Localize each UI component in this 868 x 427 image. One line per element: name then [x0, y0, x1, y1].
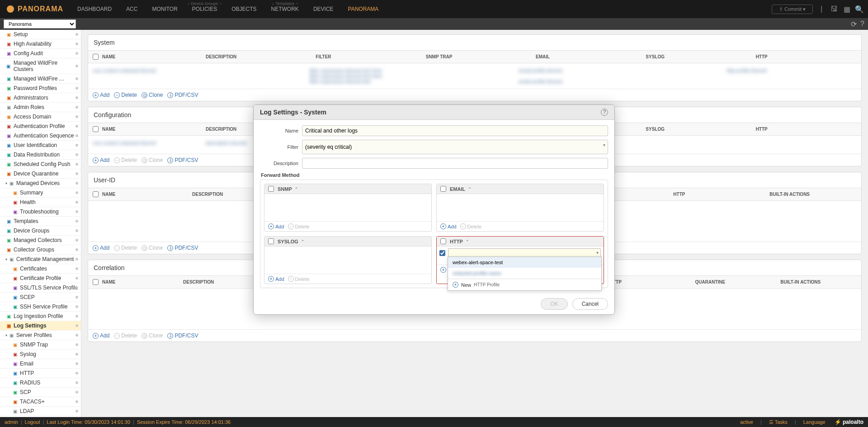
add-button[interactable]: +Add: [440, 223, 457, 229]
http-profile-dropdown: webex-alert-space-test redacted-profile-…: [448, 256, 602, 291]
snmp-box: SNMP⌃ +Add −Delete: [264, 184, 432, 232]
chevron-down-icon[interactable]: ▾: [603, 142, 605, 147]
modal-body: Name Filter ▾ Description Forward Method…: [254, 120, 614, 294]
email-box: EMAIL⌃ +Add −Delete: [436, 184, 604, 232]
snmp-select-all[interactable]: [268, 186, 274, 192]
dropdown-option[interactable]: webex-alert-space-test: [448, 257, 601, 268]
modal-footer: OK Cancel: [254, 294, 614, 314]
cancel-button[interactable]: Cancel: [572, 298, 608, 310]
syslog-select-all[interactable]: [268, 238, 274, 244]
delete-button: −Delete: [460, 223, 482, 229]
forward-method-grid: SNMP⌃ +Add −Delete EMAIL⌃ +Add −Delete S…: [260, 180, 608, 288]
syslog-box: SYSLOG⌃ +Add −Delete: [264, 236, 432, 284]
http-profile-select[interactable]: ▾: [448, 248, 601, 257]
modal-header[interactable]: Log Settings - System ?: [254, 105, 614, 120]
add-button[interactable]: +Add: [268, 276, 284, 282]
http-row-checkbox[interactable]: [439, 250, 445, 256]
name-input[interactable]: [302, 125, 608, 136]
filter-label: Filter: [260, 144, 298, 150]
delete-button: −Delete: [288, 276, 310, 282]
help-icon[interactable]: ?: [601, 109, 608, 116]
log-settings-modal: Log Settings - System ? Name Filter ▾ De…: [253, 104, 615, 315]
delete-button: −Delete: [288, 223, 310, 229]
filter-input[interactable]: [302, 140, 608, 154]
add-button[interactable]: +Add: [268, 223, 284, 229]
forward-method-label: Forward Method: [261, 172, 608, 178]
chevron-up-icon[interactable]: ⌃: [295, 187, 298, 191]
http-select-all[interactable]: [440, 238, 446, 244]
new-http-profile[interactable]: + New HTTP Profile: [448, 279, 601, 290]
chevron-down-icon: ▾: [596, 250, 599, 255]
description-label: Description: [260, 161, 298, 166]
http-box: HTTP⌃ ▾ +Add −Delete webex-alert-space-t: [436, 236, 604, 284]
email-select-all[interactable]: [440, 186, 446, 192]
ok-button: OK: [541, 298, 567, 310]
chevron-up-icon[interactable]: ⌃: [301, 239, 305, 244]
chevron-up-icon[interactable]: ⌃: [468, 187, 472, 191]
description-input[interactable]: [302, 158, 608, 169]
name-label: Name: [260, 128, 298, 133]
dropdown-option[interactable]: redacted-profile-name: [448, 268, 601, 279]
modal-title: Log Settings - System: [260, 109, 326, 116]
chevron-up-icon[interactable]: ⌃: [466, 239, 469, 244]
